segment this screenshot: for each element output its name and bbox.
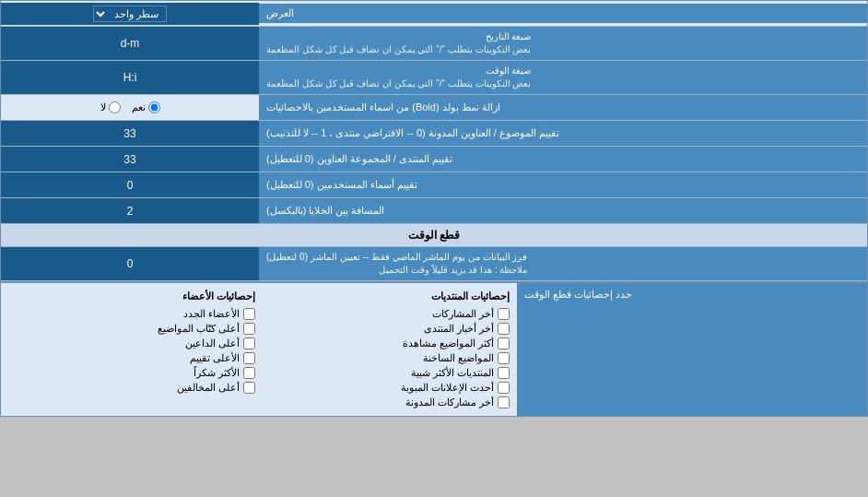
- checkbox-most-thanks[interactable]: الأكثر شكراً: [8, 367, 255, 379]
- topic-order-input-cell[interactable]: [1, 121, 259, 146]
- cutoff-label: فرز البيانات من يوم الماشر الماضي فقط --…: [259, 247, 867, 280]
- users-order-input[interactable]: [6, 177, 253, 194]
- bold-remove-label: ازالة نمط بولد (Bold) من اسماء المستخدمي…: [259, 95, 867, 120]
- time-format-input-cell[interactable]: [1, 61, 259, 94]
- forum-order-input[interactable]: [6, 151, 253, 168]
- checkbox-last-news[interactable]: أخر أخبار المنتدى: [263, 323, 510, 335]
- stats-forums-header: إحصائيات المنتديات: [263, 290, 510, 302]
- forum-order-input-cell[interactable]: [1, 147, 259, 172]
- display-label: العرض: [259, 4, 867, 23]
- users-order-label: تقييم أسماء المستخدمين (0 للتعطيل): [259, 172, 867, 197]
- checkboxes-area: إحصائيات المنتديات أخر المشاركات أخر أخب…: [1, 283, 517, 416]
- date-format-input[interactable]: [6, 35, 253, 52]
- topic-order-label: تقييم الموضوع / العناوين المدونة (0 -- ا…: [259, 121, 867, 146]
- checkbox-last-posts[interactable]: أخر المشاركات: [263, 308, 510, 320]
- checkbox-top-writers[interactable]: أعلى كتّاب المواضيع: [8, 323, 255, 335]
- checkbox-top-violators[interactable]: أعلى المخالفين: [8, 382, 255, 394]
- bold-remove-options: نعم لا: [1, 95, 259, 120]
- spacing-input[interactable]: [6, 203, 253, 219]
- spacing-input-cell[interactable]: [1, 198, 259, 223]
- checkbox-hot-topics[interactable]: المواضيع الساخنة: [263, 352, 510, 364]
- date-format-row: صيغة التاريخ بعض التكوينات يتطلب "/" الت…: [1, 27, 867, 61]
- checkbox-latest-ads[interactable]: أحدث الإعلانات المبوبة: [263, 382, 510, 394]
- checkbox-most-similar[interactable]: المنتديات الأكثر شبية: [263, 367, 510, 379]
- checkbox-most-viewed[interactable]: أكثر المواضيع مشاهدة: [263, 337, 510, 349]
- forum-order-row: تقييم المنتدى / المجموعة العناوين (0 للت…: [1, 147, 867, 172]
- stats-section: حدد إحصائيات قطع الوقت إحصائيات المنتديا…: [1, 281, 867, 416]
- cutoff-input-cell[interactable]: [1, 247, 259, 280]
- stats-main-label: حدد إحصائيات قطع الوقت: [517, 283, 867, 416]
- stats-forums-col: إحصائيات المنتديات أخر المشاركات أخر أخب…: [259, 287, 513, 412]
- date-format-label: صيغة التاريخ بعض التكوينات يتطلب "/" الت…: [259, 27, 867, 60]
- bold-yes-radio[interactable]: [148, 101, 160, 113]
- bold-remove-row: ازالة نمط بولد (Bold) من اسماء المستخدمي…: [1, 95, 867, 121]
- spacing-label: المسافة بين الخلايا (بالبكسل): [259, 198, 867, 223]
- time-format-label: صيغة الوقت بعض التكوينات يتطلب "/" التي …: [259, 61, 867, 94]
- forum-order-label: تقييم المنتدى / المجموعة العناوين (0 للت…: [259, 147, 867, 172]
- bold-no-label[interactable]: لا: [100, 101, 121, 113]
- cutoff-section-header: قطع الوقت: [1, 224, 867, 247]
- topic-order-row: تقييم الموضوع / العناوين المدونة (0 -- ا…: [1, 121, 867, 147]
- date-format-input-cell[interactable]: [1, 27, 259, 60]
- time-format-input[interactable]: [6, 69, 253, 86]
- topic-order-input[interactable]: [6, 125, 253, 142]
- bold-yes-label[interactable]: نعم: [132, 101, 160, 113]
- checkbox-last-blog-posts[interactable]: أخر مشاركات المدونة: [263, 396, 510, 408]
- users-order-row: تقييم أسماء المستخدمين (0 للتعطيل): [1, 172, 867, 198]
- stats-members-col: إحصائيات الأعضاء الأعضاء الجدد أعلى كتّا…: [5, 287, 259, 412]
- checkbox-new-members[interactable]: الأعضاء الجدد: [8, 308, 255, 320]
- spacing-row: المسافة بين الخلايا (بالبكسل): [1, 198, 867, 224]
- checkbox-top-callers[interactable]: أعلى الداعين: [8, 337, 255, 349]
- display-select[interactable]: سطر واحد سطرين ثلاثة أسطر: [93, 6, 167, 22]
- cutoff-input[interactable]: [6, 255, 253, 272]
- display-input-cell[interactable]: سطر واحد سطرين ثلاثة أسطر: [1, 3, 259, 25]
- time-format-row: صيغة الوقت بعض التكوينات يتطلب "/" التي …: [1, 61, 867, 95]
- bold-no-radio[interactable]: [109, 101, 121, 113]
- checkbox-top-rated[interactable]: الأعلى تقييم: [8, 352, 255, 364]
- cutoff-row: فرز البيانات من يوم الماشر الماضي فقط --…: [1, 247, 867, 281]
- users-order-input-cell[interactable]: [1, 172, 259, 197]
- display-row: العرض سطر واحد سطرين ثلاثة أسطر: [1, 1, 867, 27]
- stats-members-header: إحصائيات الأعضاء: [8, 290, 255, 302]
